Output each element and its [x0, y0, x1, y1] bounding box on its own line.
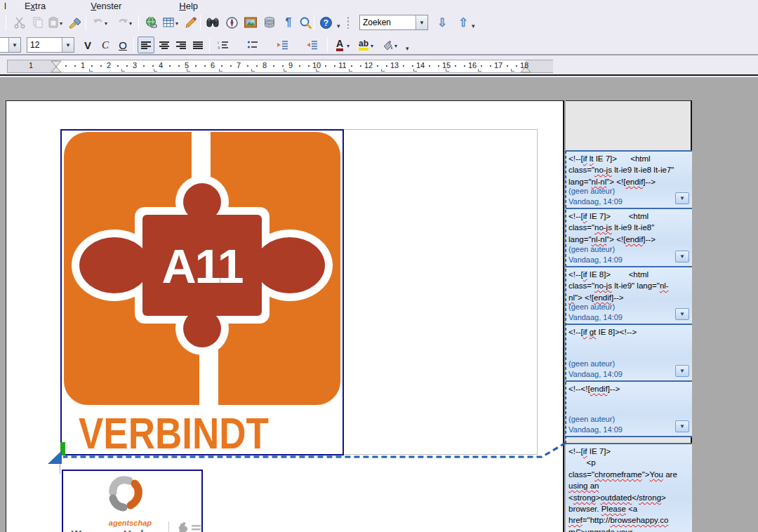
ruler-tab-stop[interactable] [316, 69, 319, 72]
font-color-icon: A [336, 39, 343, 51]
layout-cell-border [343, 129, 538, 455]
decrease-indent-button[interactable] [274, 36, 291, 53]
draw-functions-button[interactable] [182, 14, 199, 31]
background-color-dropdown-arrow[interactable]: ▾ [394, 43, 397, 49]
zoom-button[interactable] [297, 14, 314, 31]
ruler-tab-stop[interactable] [349, 69, 352, 72]
font-color-button[interactable]: A [331, 36, 348, 53]
comment-menu-button[interactable]: ▼ [675, 251, 689, 262]
style-dropdown-button[interactable]: ▼ [8, 38, 20, 52]
ruler-tab-stop[interactable] [251, 69, 255, 72]
increase-indent-icon [306, 40, 318, 50]
font-size-dropdown-button[interactable]: ▼ [62, 38, 74, 52]
comment-author: (geen auteur) [568, 302, 623, 312]
paste-dropdown-arrow[interactable]: ▾ [60, 20, 62, 27]
align-center-button[interactable] [156, 36, 173, 53]
menu-item-help[interactable]: Help [175, 1, 202, 11]
comment-menu-button[interactable]: ▼ [675, 192, 689, 204]
svg-text:?: ? [323, 18, 328, 28]
ruler-number: 3 [133, 61, 137, 69]
background-color-button[interactable] [379, 36, 396, 53]
search-dropdown-button[interactable]: ▼ [415, 15, 427, 29]
format-toolbar-overflow-arrow[interactable]: ▾ [406, 45, 409, 52]
horizontal-ruler[interactable]: 1 123456789101112131415161718 [7, 60, 553, 73]
help-button[interactable]: ? [317, 14, 334, 31]
pilcrow-icon: ¶ [286, 16, 292, 29]
font-size-value[interactable]: 12 [27, 40, 62, 50]
comment-menu-button[interactable]: ▼ [675, 308, 689, 320]
ruler-tab-stop[interactable] [121, 69, 125, 72]
table-dropdown-arrow[interactable]: ▾ [175, 20, 178, 27]
style-combobox: ▼ [0, 37, 21, 53]
align-left-icon [141, 41, 151, 49]
undo-icon [92, 16, 105, 29]
font-color-dropdown-arrow[interactable]: ▾ [347, 43, 350, 49]
comment-box[interactable]: <!--[if IE 7]> <pclass="chromeframe">You… [566, 443, 692, 532]
comment-box[interactable]: <!--[if lt IE 7]> <htmlclass="no-js lt-i… [566, 150, 692, 208]
formatting-marks-button[interactable]: ¶ [280, 14, 297, 31]
ruler-tab-stop[interactable] [89, 69, 93, 72]
italic-button[interactable]: C [97, 36, 114, 53]
comment-code-text: <!--<![endif]--> [568, 383, 690, 394]
menu-item-venster[interactable]: Venster [86, 1, 126, 11]
a11-logo-frame[interactable]: A11 VERBINDT [60, 129, 344, 455]
bullet-list-button[interactable] [244, 36, 261, 53]
find-next-button[interactable]: ⇩ [434, 14, 451, 31]
ruler-tab-stop[interactable] [154, 69, 157, 72]
ruler-tab-stop[interactable] [413, 69, 417, 72]
ruler-tab-stop[interactable] [478, 69, 481, 72]
highlight-button[interactable]: ab [355, 36, 372, 53]
align-justify-icon [193, 41, 203, 49]
comment-menu-button[interactable]: ▼ [675, 365, 689, 377]
search-input[interactable]: Zoeken [360, 18, 415, 27]
comment-box[interactable]: <!--[if gt IE 8]><!-->(geen auteur)Vanda… [566, 324, 692, 380]
compass-icon [225, 16, 239, 29]
magnifier-icon [299, 16, 312, 29]
comment-menu-button[interactable]: ▼ [675, 420, 689, 432]
search-toolbar-handle[interactable] [347, 16, 350, 29]
data-sources-button[interactable] [261, 14, 278, 31]
ruler-tab-stop[interactable] [219, 69, 222, 72]
toolbar-overflow-arrow[interactable]: ▾ [337, 22, 340, 29]
comment-box[interactable]: <!--[if IE 8]> <htmlclass="no-js lt-ie9"… [566, 266, 692, 324]
undo-dropdown-arrow[interactable]: ▾ [105, 20, 107, 27]
align-right-button[interactable] [173, 36, 190, 53]
underline-button[interactable]: O [114, 36, 131, 53]
cut-button[interactable] [11, 14, 28, 31]
increase-indent-button[interactable] [303, 36, 320, 53]
numbered-list-button[interactable]: III [215, 36, 232, 53]
redo-dropdown-arrow[interactable]: ▾ [129, 20, 132, 27]
menu-item-extra[interactable]: Extra [20, 1, 50, 11]
ruler-tab-stop[interactable] [446, 69, 449, 72]
align-justify-button[interactable] [190, 36, 206, 53]
ruler-number: 9 [288, 61, 293, 69]
ruler-tab-stop[interactable] [284, 69, 287, 72]
ruler-tab-stop[interactable] [187, 69, 190, 72]
comment-author: (geen auteur) [568, 186, 623, 197]
comment-timestamp: Vandaag, 14:09 [568, 369, 623, 380]
database-icon [263, 16, 276, 29]
format-paintbrush-button[interactable] [66, 14, 83, 31]
comment-code-text: <!--[if IE 8]> <htmlclass="no-js lt-ie9"… [568, 269, 690, 303]
agency-logo-frame[interactable]: agentschap Wegen en Verkeer [62, 470, 203, 532]
insert-table-button[interactable] [160, 14, 177, 31]
align-left-button[interactable] [138, 36, 154, 53]
ruler-number: 6 [211, 61, 215, 69]
gallery-button[interactable] [242, 14, 259, 31]
navigator-button[interactable] [223, 14, 240, 31]
ruler-tab-stop[interactable] [381, 69, 385, 72]
comment-box[interactable]: <!--[if IE 7]> <htmlclass="no-js lt-ie9 … [566, 208, 692, 266]
hyperlink-button[interactable] [142, 14, 159, 31]
comment-box[interactable]: <!--<![endif]-->(geen auteur)Vandaag, 14… [566, 380, 692, 437]
menu-item-fragment[interactable]: l [0, 1, 11, 11]
toolbar-separator [133, 37, 134, 53]
highlight-dropdown-arrow[interactable]: ▾ [371, 43, 373, 49]
find-replace-button[interactable] [204, 14, 221, 31]
menu-bar: l Extra Venster Help [0, 0, 758, 11]
bold-button[interactable]: V [79, 36, 96, 53]
ruler-tab-stop[interactable] [511, 69, 514, 72]
copy-button[interactable] [29, 14, 46, 31]
document-page[interactable]: A11 VERBINDT agentschap Wegen en Verkeer [6, 100, 564, 532]
find-previous-button[interactable]: ⇧ [455, 14, 472, 31]
search-toolbar-overflow-arrow[interactable]: ▾ [472, 22, 475, 29]
